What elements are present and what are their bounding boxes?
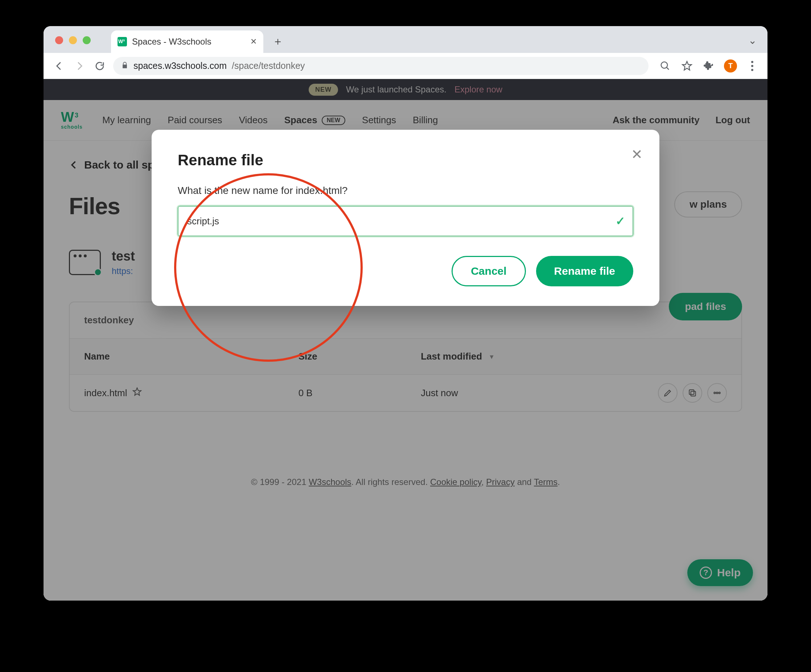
back-button[interactable] (52, 59, 66, 73)
rename-file-dialog: ✕ Rename file What is the new name for i… (152, 130, 659, 306)
cancel-button[interactable]: Cancel (451, 256, 526, 286)
favicon-icon (117, 37, 127, 46)
tab-strip: Spaces - W3schools ✕ ＋ ⌄ (44, 26, 767, 53)
page-content: NEW We just launched Spaces. Explore now… (44, 79, 767, 601)
svg-point-0 (661, 62, 668, 68)
forward-button[interactable] (73, 59, 87, 73)
lock-icon (121, 61, 128, 71)
tab-close-icon[interactable]: ✕ (250, 37, 257, 46)
window-controls[interactable] (55, 36, 91, 44)
url-path: /space/testdonkey (232, 61, 305, 71)
reload-button[interactable] (93, 59, 107, 73)
new-filename-input[interactable] (178, 206, 633, 236)
new-tab-button[interactable]: ＋ (271, 34, 285, 49)
browser-tab[interactable]: Spaces - W3schools ✕ (111, 30, 263, 53)
valid-check-icon: ✓ (616, 214, 625, 228)
url-host: spaces.w3schools.com (134, 61, 227, 71)
extensions-icon[interactable] (702, 59, 715, 73)
minimize-window-icon[interactable] (69, 36, 77, 44)
browser-window: Spaces - W3schools ✕ ＋ ⌄ spaces.w3school… (44, 26, 767, 601)
dialog-close-button[interactable]: ✕ (631, 146, 643, 162)
tab-title: Spaces - W3schools (132, 37, 245, 47)
browser-menu-icon[interactable] (746, 59, 759, 73)
bookmark-star-icon[interactable] (680, 59, 694, 73)
profile-avatar[interactable]: T (724, 59, 737, 73)
dialog-title: Rename file (178, 152, 633, 169)
url-field[interactable]: spaces.w3schools.com/space/testdonkey (113, 57, 648, 75)
zoom-icon[interactable] (659, 59, 672, 73)
address-bar: spaces.w3schools.com/space/testdonkey T (44, 53, 767, 79)
rename-confirm-button[interactable]: Rename file (536, 256, 633, 286)
maximize-window-icon[interactable] (83, 36, 91, 44)
tab-list-caret-icon[interactable]: ⌄ (748, 34, 757, 46)
close-window-icon[interactable] (55, 36, 63, 44)
dialog-prompt: What is the new name for index.html? (178, 185, 633, 196)
modal-overlay[interactable]: ✕ Rename file What is the new name for i… (44, 79, 767, 601)
